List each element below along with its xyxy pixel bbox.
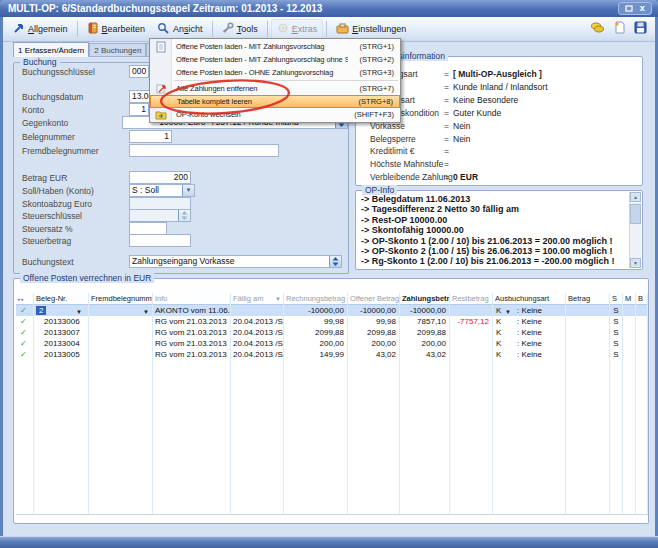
cell-empty[interactable] <box>34 492 89 503</box>
cell-empty[interactable] <box>284 415 348 426</box>
cell-faellig[interactable]: 20.04.2013 /Sa <box>231 338 284 349</box>
cell-empty[interactable] <box>153 360 231 371</box>
cell-zahlung[interactable]: 2099,88 <box>400 327 450 338</box>
cell-empty[interactable] <box>610 503 623 514</box>
cell-empty[interactable] <box>400 470 450 481</box>
cell-check[interactable]: ✓ <box>16 316 34 327</box>
dropdown-arrow-icon[interactable]: ▼ <box>76 307 82 316</box>
cell-empty[interactable] <box>623 415 636 426</box>
cell-empty[interactable] <box>566 382 610 393</box>
extras-button[interactable]: Extras <box>271 19 324 39</box>
cell-empty[interactable] <box>610 360 623 371</box>
cell-empty[interactable] <box>89 382 153 393</box>
cell-empty[interactable] <box>348 415 400 426</box>
field-buchungsschluessel[interactable]: 000 <box>129 65 149 78</box>
table-header-b[interactable]: B <box>636 293 648 305</box>
cell-faellig[interactable]: 20.04.2013 /Sa <box>231 327 284 338</box>
cell-empty[interactable] <box>348 448 400 459</box>
tab-erfassen-aendern[interactable]: 1 Erfassen/Ändern <box>13 42 89 57</box>
table-header-faellig[interactable]: Fällig am▼ <box>231 293 284 305</box>
new-document-icon[interactable] <box>613 20 626 38</box>
table-row[interactable]: ✓20133005RG vom 21.03.201320.04.2013 /Sa… <box>16 349 648 360</box>
cell-check[interactable]: ✓ <box>16 327 34 338</box>
cell-empty[interactable] <box>231 503 284 514</box>
table-row[interactable]: ✓20133004RG vom 21.03.201320.04.2013 /Sa… <box>16 338 648 349</box>
cell-faellig[interactable]: 20.04.2013 /Sa <box>231 349 284 360</box>
menu-item-offene-posten-laden-mit-zahlun[interactable]: Offene Posten laden - MIT Zahlungsvorsch… <box>150 53 400 66</box>
beleg-edit-chip[interactable]: 2 <box>36 306 46 315</box>
cell-empty[interactable] <box>89 437 153 448</box>
cell-s[interactable]: S <box>610 327 623 338</box>
cell-empty[interactable] <box>284 360 348 371</box>
check-icon[interactable]: ✓ <box>20 305 27 316</box>
cell-empty[interactable] <box>610 426 623 437</box>
check-icon[interactable]: ✓ <box>20 338 27 349</box>
cell-empty[interactable] <box>153 371 231 382</box>
cell-empty[interactable] <box>348 426 400 437</box>
cell-empty[interactable] <box>153 437 231 448</box>
cell-empty[interactable] <box>623 371 636 382</box>
cell-offener[interactable]: 43,02 <box>348 349 400 360</box>
table-header-offener[interactable]: Offener Betrag <box>348 293 400 305</box>
cell-empty[interactable] <box>348 382 400 393</box>
cell-empty[interactable] <box>400 371 450 382</box>
menu-item-op-konto-wechseln[interactable]: OP-Konto wechseln(SHIFT+F3) <box>150 108 400 121</box>
table-header-zahlung[interactable]: Zahlungsbetrag <box>400 293 450 305</box>
dropdown-arrow-icon[interactable]: ▼ <box>505 307 511 316</box>
cell-empty[interactable] <box>16 448 34 459</box>
ansicht-button[interactable]: Ansicht <box>151 19 209 39</box>
menu-item-offene-posten-laden-ohne-zahlu[interactable]: Offene Posten laden - OHNE Zahlungsvorsc… <box>150 66 400 79</box>
cell-info[interactable]: RG vom 21.03.2013 <box>153 349 231 360</box>
cell-empty[interactable] <box>284 448 348 459</box>
cell-rest[interactable] <box>450 338 493 349</box>
cell-empty[interactable] <box>34 404 89 415</box>
cell-empty[interactable] <box>623 404 636 415</box>
cell-empty[interactable] <box>450 503 493 514</box>
table-row[interactable] <box>16 503 648 514</box>
cell-empty[interactable] <box>450 382 493 393</box>
cell-empty[interactable] <box>636 382 648 393</box>
cell-s[interactable]: S <box>610 349 623 360</box>
field-fremdbelegnummer[interactable] <box>129 144 279 157</box>
cell-empty[interactable] <box>623 503 636 514</box>
cell-beleg[interactable]: 20133004 <box>34 338 89 349</box>
cell-empty[interactable] <box>450 393 493 404</box>
cell-empty[interactable] <box>16 459 34 470</box>
table-row[interactable]: ✓2▼▼AKONTO vom 11.06.201-10000,00-10000,… <box>16 305 648 316</box>
cell-empty[interactable] <box>284 426 348 437</box>
cell-empty[interactable] <box>450 415 493 426</box>
cell-empty[interactable] <box>348 481 400 492</box>
cell-empty[interactable] <box>623 448 636 459</box>
cell-rechnung[interactable]: 2099,88 <box>284 327 348 338</box>
cell-empty[interactable] <box>450 448 493 459</box>
cell-zahlung[interactable]: -10000,00 <box>400 305 450 316</box>
cell-info[interactable]: RG vom 21.03.2013 <box>153 316 231 327</box>
cell-empty[interactable] <box>231 492 284 503</box>
cell-rest[interactable]: -7757,12 <box>450 316 493 327</box>
cell-empty[interactable] <box>493 393 566 404</box>
cell-empty[interactable] <box>348 492 400 503</box>
cell-empty[interactable] <box>493 382 566 393</box>
cell-empty[interactable] <box>610 371 623 382</box>
cell-empty[interactable] <box>231 393 284 404</box>
cell-empty[interactable] <box>400 426 450 437</box>
cell-empty[interactable] <box>566 404 610 415</box>
cell-empty[interactable] <box>493 360 566 371</box>
cell-faellig[interactable]: 20.04.2013 /Sa <box>231 316 284 327</box>
cell-empty[interactable] <box>636 503 648 514</box>
cell-empty[interactable] <box>610 481 623 492</box>
cell-empty[interactable] <box>623 426 636 437</box>
cell-empty[interactable] <box>153 426 231 437</box>
menu-item-offene-posten-laden-mit-zahlun[interactable]: Offene Posten laden - MIT Zahlungsvorsch… <box>150 40 400 53</box>
op-info-scrollbar[interactable]: ▲ ▼ <box>629 192 641 268</box>
cell-empty[interactable] <box>400 360 450 371</box>
cell-empty[interactable] <box>89 459 153 470</box>
cell-empty[interactable] <box>566 360 610 371</box>
cell-empty[interactable] <box>348 459 400 470</box>
cell-empty[interactable] <box>493 426 566 437</box>
cell-empty[interactable] <box>284 470 348 481</box>
table-row[interactable]: ✓20133007RG vom 21.03.201320.04.2013 /Sa… <box>16 327 648 338</box>
cell-empty[interactable] <box>284 437 348 448</box>
cell-check[interactable]: ✓ <box>16 338 34 349</box>
cell-empty[interactable] <box>623 470 636 481</box>
